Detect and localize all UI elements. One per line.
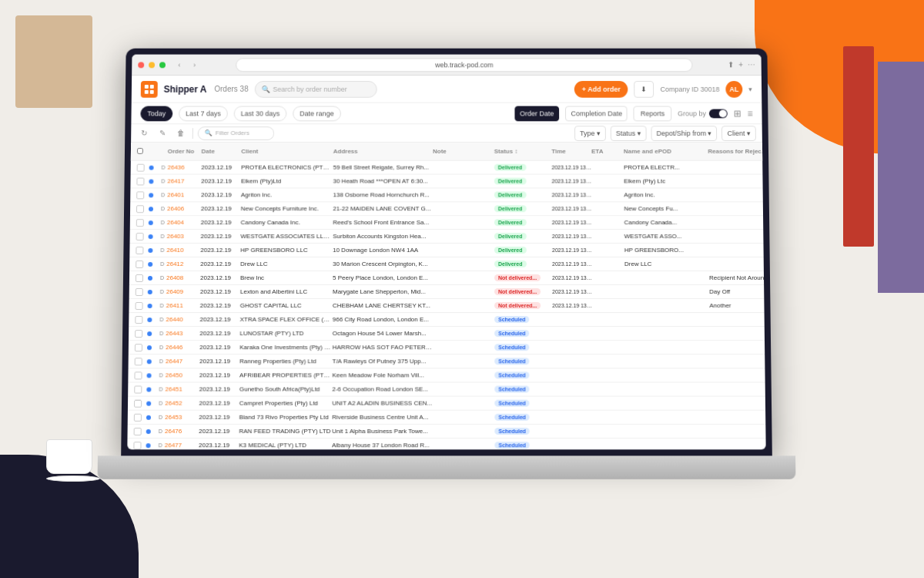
row-checkbox[interactable] [136,191,144,199]
type-filter-btn[interactable]: Type ▾ [574,126,606,141]
select-all-checkbox[interactable] [137,147,143,153]
row-checkbox[interactable] [134,427,142,435]
order-number[interactable]: 26451 [165,385,199,392]
order-number[interactable]: 26450 [166,371,199,378]
row-checkbox[interactable] [135,358,142,365]
row-checkbox[interactable] [137,163,145,171]
more-icon[interactable]: ⋯ [748,60,755,69]
row-checkbox[interactable] [134,413,142,421]
order-number[interactable]: 26446 [166,344,199,351]
add-order-button[interactable]: + Add order [574,81,628,98]
table-row[interactable]: D 26453 2023.12.19 Bland 73 Rivo Propert… [128,411,766,425]
row-select[interactable] [134,399,146,407]
forward-arrow[interactable]: › [189,59,201,71]
row-select[interactable] [136,287,148,295]
col-client[interactable]: Client [241,148,333,155]
table-row[interactable]: D 26450 2023.12.19 AFRIBEAR PROPERTIES (… [128,368,765,382]
order-number[interactable]: 26409 [166,288,200,295]
col-select-all[interactable] [137,147,149,155]
row-select[interactable] [134,413,146,421]
order-number[interactable]: 26453 [165,414,199,421]
order-search-input[interactable]: 🔍 Search by order number [254,81,377,98]
row-checkbox[interactable] [136,302,143,310]
order-number[interactable]: 26440 [166,316,199,323]
row-select[interactable] [136,191,149,199]
col-date[interactable]: Date [201,148,241,155]
order-number[interactable]: 26436 [167,164,201,171]
depot-filter-btn[interactable]: Depot/Ship from ▾ [651,126,717,141]
avatar[interactable]: AL [725,81,742,98]
table-row[interactable]: D 26451 2023.12.19 Gunetho South Africa(… [128,382,765,396]
table-row[interactable]: D 26401 2023.12.19 Agriton Inc. 138 Osbo… [130,188,763,202]
filter-date-range-btn[interactable]: Date range [293,106,340,121]
filter-last7-btn[interactable]: Last 7 days [179,106,228,121]
table-row[interactable]: D 26447 2023.12.19 Ranneg Properties (Pt… [129,355,765,368]
row-select[interactable] [136,247,148,254]
table-row[interactable]: D 26476 2023.12.19 RAN FEED TRADING (PTY… [127,425,765,439]
row-checkbox[interactable] [135,344,142,351]
filter-today-btn[interactable]: Today [140,106,172,121]
row-select[interactable] [137,163,149,171]
row-select[interactable] [136,233,149,240]
col-status[interactable]: Status ↕ [494,148,552,155]
client-filter-btn[interactable]: Client ▾ [721,126,755,141]
row-checkbox[interactable] [136,177,144,185]
filter-orders-input[interactable]: 🔍 Filter Orders [198,126,275,140]
order-date-btn[interactable]: Order Date [514,106,559,121]
row-select[interactable] [134,427,146,435]
row-select[interactable] [134,371,146,379]
row-select[interactable] [135,344,147,351]
address-bar[interactable]: web.track-pod.com [236,58,693,72]
row-select[interactable] [135,330,147,338]
row-checkbox[interactable] [133,442,141,449]
table-row[interactable]: D 26410 2023.12.19 HP GREENSBORO LLC 10 … [129,244,763,257]
row-checkbox[interactable] [134,399,142,407]
order-number[interactable]: 26408 [166,274,200,281]
row-select[interactable] [136,219,149,227]
edit-icon[interactable]: ✎ [156,126,169,140]
row-checkbox[interactable] [136,233,144,240]
delete-icon[interactable]: 🗑 [174,126,188,140]
order-number[interactable]: 26477 [165,442,199,449]
table-row[interactable]: D 26406 2023.12.19 New Concepts Furnitur… [130,202,763,216]
table-row[interactable]: D 26417 2023.12.19 Elkem (Pty)Ltd 30 Hea… [130,175,762,189]
import-button[interactable]: ⬇ [634,81,654,98]
table-row[interactable]: D 26477 2023.12.19 K3 MEDICAL (PTY) LTD … [127,439,765,449]
refresh-icon[interactable]: ↻ [137,126,151,140]
order-number[interactable]: 26447 [166,358,199,365]
row-select[interactable] [136,205,149,213]
order-number[interactable]: 26417 [167,178,201,185]
maximize-browser-btn[interactable] [159,62,166,68]
table-row[interactable]: D 26412 2023.12.19 Drew LLC 30 Marion Cr… [129,257,764,271]
share-icon[interactable]: ⬆ [728,60,734,69]
row-select[interactable] [134,385,146,393]
grid-view-icon[interactable]: ⊞ [734,108,742,119]
row-checkbox[interactable] [136,260,143,268]
reports-btn[interactable]: Reports [634,106,671,121]
row-checkbox[interactable] [135,330,142,338]
table-row[interactable]: D 26452 2023.12.19 Campret Properties (P… [128,397,765,411]
status-filter-btn[interactable]: Status ▾ [611,126,647,141]
table-row[interactable]: D 26443 2023.12.19 LUNOSTAR (PTY) LTD Oc… [129,327,765,341]
row-checkbox[interactable] [136,274,143,282]
order-number[interactable]: 26401 [167,191,201,198]
row-select[interactable] [135,316,147,324]
col-rejection[interactable]: Reasons for Rejection [708,148,765,155]
order-number[interactable]: 26452 [165,400,199,407]
table-row[interactable]: D 26446 2023.12.19 Karaka One Investment… [129,341,765,355]
row-select[interactable] [135,358,147,365]
row-checkbox[interactable] [136,219,144,227]
table-row[interactable]: D 26411 2023.12.19 GHOST CAPITAL LLC CHE… [129,299,764,313]
order-number[interactable]: 26411 [166,302,200,309]
list-view-icon[interactable]: ≡ [747,108,752,119]
order-number[interactable]: 26412 [166,260,200,267]
table-row[interactable]: D 26436 2023.12.19 PROTEA ELECTRONICS (P… [131,161,763,175]
col-address[interactable]: Address [333,148,433,155]
order-number[interactable]: 26404 [167,219,201,226]
order-number[interactable]: 26443 [166,330,199,337]
row-checkbox[interactable] [136,205,144,213]
order-number[interactable]: 26406 [167,205,201,212]
completion-date-btn[interactable]: Completion Date [565,106,628,121]
close-browser-btn[interactable] [138,62,144,68]
order-number[interactable]: 26476 [165,428,199,435]
